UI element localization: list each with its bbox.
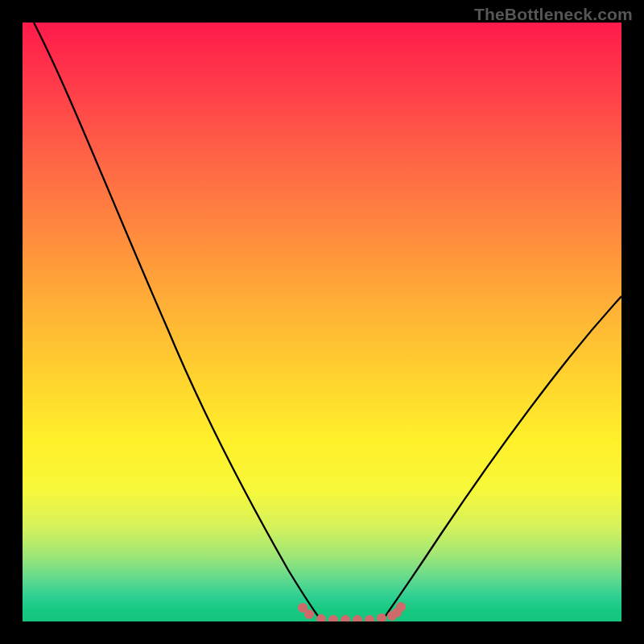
plot-area <box>23 23 621 621</box>
svg-point-5 <box>353 615 362 621</box>
svg-point-6 <box>365 615 374 621</box>
right-curve <box>382 296 621 621</box>
svg-point-10 <box>396 602 406 612</box>
chart-svg <box>23 23 621 621</box>
chart-frame: TheBottleneck.com <box>0 0 644 644</box>
watermark-text: TheBottleneck.com <box>474 5 633 24</box>
svg-point-4 <box>341 615 350 621</box>
left-curve <box>34 23 322 621</box>
svg-point-1 <box>304 609 314 619</box>
svg-point-7 <box>377 613 386 621</box>
svg-point-3 <box>328 615 338 621</box>
